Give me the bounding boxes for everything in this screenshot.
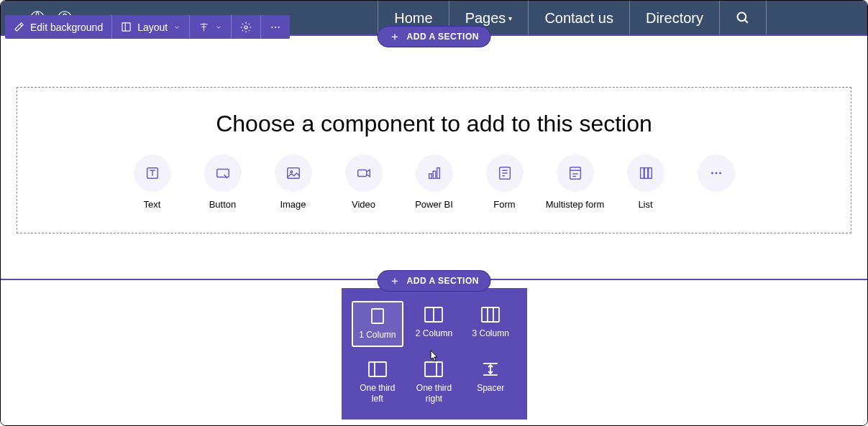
svg-rect-42: [369, 362, 386, 376]
layout-3-column[interactable]: 3 Column: [465, 301, 517, 347]
one-third-right-icon: [424, 361, 443, 377]
align-button[interactable]: [190, 15, 232, 39]
add-section-mid-button[interactable]: ＋ ADD A SECTION: [377, 270, 491, 292]
edit-icon: [14, 22, 24, 32]
spacer-icon: [481, 361, 500, 377]
one-third-left-icon: [368, 361, 387, 377]
svg-rect-32: [648, 168, 652, 179]
caret-down-icon: ▾: [508, 14, 512, 22]
component-powerbi[interactable]: Power BI: [410, 154, 459, 210]
component-list[interactable]: List: [621, 154, 670, 210]
component-multistep-form[interactable]: Multistep form: [551, 154, 600, 210]
empty-section: Choose a component to add to this sectio…: [17, 87, 851, 233]
page-canvas: ＋ ADD A SECTION Choose a component to ad…: [1, 35, 867, 425]
component-image[interactable]: Image: [269, 154, 318, 210]
text-icon: [145, 165, 160, 181]
list-icon: [638, 165, 654, 181]
one-column-icon: [368, 308, 387, 324]
layout-1-column[interactable]: 1 Column: [352, 301, 404, 347]
three-column-icon: [481, 307, 500, 323]
button-icon: [215, 165, 231, 181]
layout-2-column[interactable]: 2 Column: [408, 301, 460, 347]
layout-one-third-right[interactable]: One third right: [408, 356, 460, 409]
image-icon: [285, 165, 301, 181]
settings-button[interactable]: [232, 15, 261, 39]
svg-point-33: [711, 172, 713, 175]
ellipsis-icon: [270, 22, 281, 33]
two-column-icon: [424, 307, 443, 323]
svg-point-34: [715, 172, 717, 175]
align-icon: [198, 22, 209, 32]
chevron-down-icon: [215, 24, 222, 31]
section-toolbar: Edit background Layout: [5, 15, 290, 39]
section-layout-popover: 1 Column 2 Column 3 Column One third lef…: [342, 288, 527, 420]
form-icon: [497, 165, 513, 181]
section-title: Choose a component to add to this sectio…: [216, 111, 652, 137]
plus-icon: ＋: [389, 31, 401, 42]
svg-rect-15: [216, 170, 229, 177]
svg-point-12: [275, 26, 276, 27]
layout-icon: [121, 22, 132, 32]
gear-icon: [240, 22, 252, 33]
layout-spacer[interactable]: Spacer: [465, 356, 517, 409]
add-section-top-button[interactable]: ＋ ADD A SECTION: [377, 26, 491, 47]
svg-rect-36: [372, 309, 383, 323]
svg-rect-30: [640, 168, 644, 179]
svg-rect-44: [425, 362, 442, 376]
more-button[interactable]: [261, 15, 290, 39]
svg-point-3: [738, 13, 746, 22]
svg-rect-19: [429, 174, 431, 178]
svg-rect-39: [482, 307, 499, 322]
nav-contact[interactable]: Contact us: [529, 1, 630, 35]
component-form[interactable]: Form: [480, 154, 529, 210]
video-icon: [356, 165, 372, 181]
multistep-form-icon: [567, 165, 583, 181]
component-button[interactable]: Button: [198, 154, 247, 210]
layout-one-third-left[interactable]: One third left: [352, 356, 404, 409]
nav-search[interactable]: [720, 1, 767, 35]
svg-rect-21: [437, 168, 439, 179]
component-text[interactable]: Text: [128, 154, 177, 210]
svg-point-11: [272, 26, 273, 27]
svg-rect-16: [287, 168, 299, 179]
powerbi-icon: [426, 165, 442, 181]
svg-rect-18: [357, 170, 366, 176]
svg-point-35: [719, 172, 721, 175]
component-more[interactable]: [692, 154, 741, 210]
layout-button[interactable]: Layout: [112, 15, 190, 39]
svg-rect-26: [570, 167, 580, 180]
component-video[interactable]: Video: [339, 154, 388, 210]
svg-rect-31: [644, 168, 648, 179]
svg-point-13: [278, 26, 280, 27]
component-picker-row: Text Button Image Video Power BI Form: [128, 154, 741, 210]
svg-rect-5: [122, 23, 130, 31]
chevron-down-icon: [173, 24, 181, 31]
nav-directory[interactable]: Directory: [630, 1, 720, 35]
svg-point-17: [290, 171, 292, 173]
search-icon: [736, 11, 750, 25]
plus-icon: ＋: [389, 275, 401, 287]
ellipsis-icon: [708, 165, 724, 181]
svg-line-4: [745, 20, 748, 23]
edit-background-button[interactable]: Edit background: [5, 15, 112, 39]
svg-point-10: [245, 26, 247, 29]
svg-rect-20: [433, 171, 436, 178]
